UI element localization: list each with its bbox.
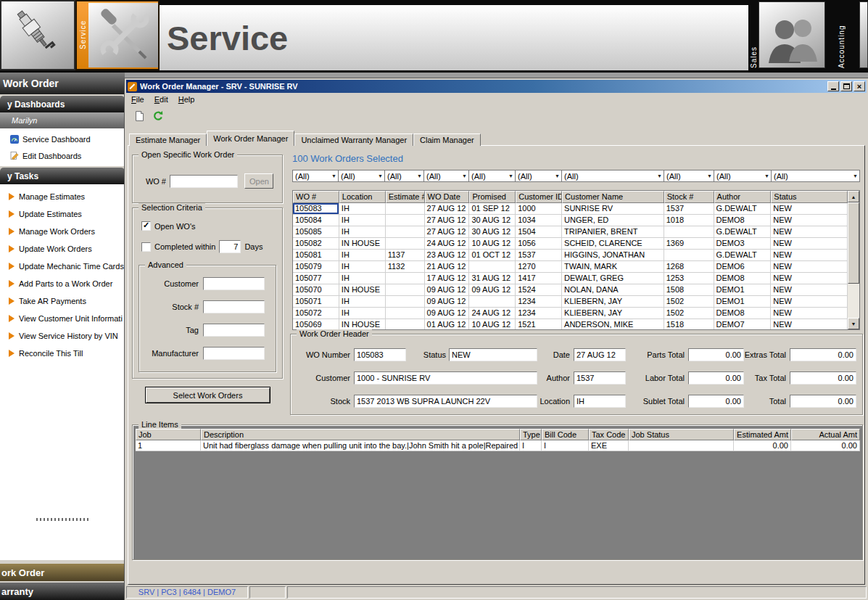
tab[interactable]: Work Order Manager <box>207 131 294 146</box>
grid-cell[interactable]: 1034 <box>516 215 562 226</box>
grid-cell[interactable]: NEW <box>771 273 848 284</box>
new-document-button[interactable] <box>131 108 147 124</box>
grid-cell[interactable]: 105085 <box>293 226 339 238</box>
grid-cell[interactable]: 1234 <box>516 296 562 308</box>
column-filter-dropdown[interactable]: (All) ▼ <box>339 170 385 182</box>
grid-cell[interactable]: G.DEWALT <box>714 203 772 215</box>
grid-cell[interactable]: NEW <box>771 284 848 296</box>
grid-cell[interactable]: 01 SEP 12 <box>469 203 516 215</box>
grid-cell[interactable] <box>469 261 516 273</box>
tag-input[interactable] <box>203 324 265 337</box>
column-filter-dropdown[interactable]: (All) ▼ <box>714 170 772 182</box>
grid-column-header[interactable]: Estimate # <box>386 191 425 203</box>
sidebar-task-item[interactable]: Add Parts to a Work Order <box>0 275 125 292</box>
grid-cell[interactable]: 105082 <box>293 238 339 250</box>
column-filter-dropdown[interactable]: (All) ▼ <box>664 170 714 182</box>
close-button[interactable]: × <box>853 81 865 91</box>
scroll-track[interactable] <box>848 284 859 318</box>
sidebar-task-item[interactable]: Update Work Orders <box>0 240 125 258</box>
grid-cell[interactable]: 09 AUG 12 <box>425 284 470 296</box>
grid-cell[interactable]: TRIPANIER, BRENT <box>562 226 664 238</box>
grid-cell[interactable] <box>664 250 714 261</box>
sidebar-task-item[interactable]: View Customer Unit Informati <box>0 310 125 327</box>
scroll-thumb[interactable] <box>848 202 859 284</box>
grid-cell[interactable]: 1537 <box>516 250 562 261</box>
grid-cell[interactable]: 21 AUG 12 <box>425 261 470 273</box>
grid-cell[interactable]: 1369 <box>664 238 714 250</box>
grid-cell[interactable]: NOLAN, DANA <box>562 284 664 296</box>
grid-cell[interactable]: IH <box>339 250 386 261</box>
sidebar-collapsed-warranty[interactable]: arranty <box>0 583 125 600</box>
grid-cell[interactable]: HIGGINS, JONATHAN <box>562 250 664 261</box>
grid-column-header[interactable]: Customer Name <box>562 191 664 203</box>
grid-cell[interactable]: IN HOUSE <box>339 284 386 296</box>
grid-cell[interactable]: IH <box>339 261 386 273</box>
grid-cell[interactable] <box>386 319 425 329</box>
grid-cell[interactable]: IN HOUSE <box>339 319 386 329</box>
grid-cell[interactable] <box>664 226 714 238</box>
maximize-button[interactable] <box>840 81 852 91</box>
grid-cell[interactable] <box>386 273 425 284</box>
grid-cell[interactable]: 1504 <box>516 226 562 238</box>
grid-cell[interactable]: 1253 <box>664 273 714 284</box>
grid-cell[interactable]: NEW <box>771 296 848 308</box>
sidebar-task-item[interactable]: Reconcile This Till <box>0 345 125 362</box>
grid-cell[interactable]: 1524 <box>516 284 562 296</box>
grid-cell[interactable]: KLIEBERN, JAY <box>562 296 664 308</box>
grid-cell[interactable]: DEWALT, GREG <box>562 273 664 284</box>
column-filter-dropdown[interactable]: (All) ▼ <box>469 170 516 182</box>
grid-column-header[interactable]: Location <box>339 191 386 203</box>
menu-item[interactable]: Help <box>173 94 200 105</box>
stock-number-input[interactable] <box>203 300 265 313</box>
grid-cell[interactable]: NEW <box>771 215 848 226</box>
tax-total-field[interactable] <box>790 371 856 385</box>
menu-item[interactable]: Edit <box>149 94 173 105</box>
grid-cell[interactable]: 27 AUG 12 <box>425 226 470 238</box>
customer-field[interactable] <box>354 371 537 385</box>
splitter-grip[interactable] <box>36 518 88 521</box>
grid-column-header[interactable]: Customer ID <box>516 191 562 203</box>
location-field[interactable] <box>574 395 626 408</box>
grid-cell[interactable]: DEMO8 <box>714 308 772 319</box>
grid-cell[interactable]: IH <box>339 273 386 284</box>
grid-cell[interactable]: SCHEID, CLARENCE <box>562 238 664 250</box>
tab[interactable]: Estimate Manager <box>129 133 207 146</box>
grid-cell[interactable]: 105069 <box>293 319 339 329</box>
grid-cell[interactable]: 1137 <box>386 250 425 261</box>
grid-cell[interactable]: 27 AUG 12 <box>425 215 470 226</box>
module-tab-accounting[interactable]: Accounting <box>835 0 847 68</box>
grid-cell[interactable]: IH <box>339 203 386 215</box>
grid-cell[interactable]: IH <box>339 226 386 238</box>
grid-cell[interactable]: 24 AUG 12 <box>425 238 470 250</box>
total-field[interactable] <box>790 395 856 408</box>
grid-cell[interactable] <box>469 296 516 308</box>
grid-cell[interactable]: 10 AUG 12 <box>469 319 516 329</box>
window-titlebar[interactable]: Work Order Manager - SRV - SUNRISE RV × <box>126 80 867 93</box>
grid-cell[interactable]: NEW <box>771 238 848 250</box>
grid-cell[interactable]: 105077 <box>293 273 339 284</box>
line-items-column-header[interactable]: Actual Amt <box>791 429 860 440</box>
sidebar-task-item[interactable]: Take AR Payments <box>0 292 125 310</box>
grid-cell[interactable]: 1000 <box>516 203 562 215</box>
sidebar-header-dashboards[interactable]: y Dashboards <box>0 96 125 112</box>
grid-cell[interactable]: 09 AUG 12 <box>469 284 516 296</box>
grid-cell[interactable]: 1518 <box>664 319 714 329</box>
open-wos-checkbox[interactable] <box>141 221 151 231</box>
open-button[interactable]: Open <box>244 173 273 189</box>
grid-cell[interactable]: NEW <box>771 261 848 273</box>
grid-cell[interactable]: 1234 <box>516 308 562 319</box>
days-input[interactable] <box>219 240 241 253</box>
grid-cell[interactable]: 105070 <box>293 284 339 296</box>
grid-column-header[interactable]: WO # <box>293 191 339 203</box>
grid-cell[interactable]: KLIEBERN, JAY <box>562 308 664 319</box>
column-filter-dropdown[interactable]: (All) ▼ <box>385 170 424 182</box>
grid-cell[interactable]: 1502 <box>664 308 714 319</box>
grid-cell[interactable]: NEW <box>771 226 848 238</box>
menu-item[interactable]: File <box>126 94 149 105</box>
grid-column-header[interactable]: Stock # <box>664 191 714 203</box>
grid-cell[interactable]: TWAIN, MARK <box>562 261 664 273</box>
tab[interactable]: Unclaimed Warranty Manager <box>294 133 413 146</box>
column-filter-dropdown[interactable]: (All) ▼ <box>516 170 562 182</box>
grid-cell[interactable]: 27 AUG 12 <box>425 203 470 215</box>
manufacturer-input[interactable] <box>203 347 265 360</box>
